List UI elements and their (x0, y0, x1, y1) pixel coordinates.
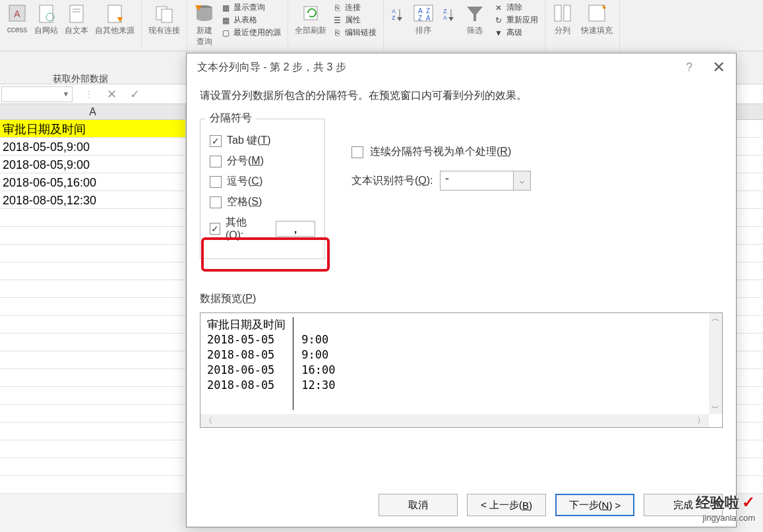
checkbox-icon (210, 196, 222, 208)
ribbon-btn-properties[interactable]: ☰属性 (329, 14, 379, 26)
cell[interactable] (0, 440, 186, 458)
ribbon-btn-connections[interactable]: ⎘连接 (329, 1, 379, 14)
other-delimiter-input[interactable] (276, 221, 315, 237)
column-header-a[interactable]: A (0, 104, 186, 119)
watermark: 经验啦 ✓ jingyanla.com (696, 493, 755, 523)
cell[interactable] (0, 405, 186, 422)
ribbon-group-connections: 全部刷新 ⎘连接 ☰属性 ⎘编辑链接 (288, 0, 384, 51)
checkbox-other[interactable]: 其他(O): (210, 216, 315, 241)
checkbox-space[interactable]: 空格(S) (210, 195, 315, 209)
svg-rect-31 (564, 5, 570, 21)
label: 属性 (345, 15, 361, 26)
close-icon[interactable]: ✕ (712, 58, 725, 76)
checkbox-consecutive[interactable]: 连续分隔符号视为单个处理(R) (351, 145, 531, 159)
svg-rect-32 (589, 5, 605, 21)
cell[interactable]: 2018-08-05,9:00 (0, 156, 186, 173)
label: 清除 (506, 2, 522, 13)
other-sources-icon (104, 3, 125, 24)
ribbon-group-existing: 现有连接 (142, 0, 187, 51)
label: 重新应用 (506, 15, 538, 26)
ribbon-btn-from-table[interactable]: ▦从表格 (218, 14, 284, 26)
checkbox-comma[interactable]: 逗号(C) (210, 175, 315, 189)
checkbox-semicolon[interactable]: 分号(M) (210, 154, 315, 168)
dialog-title: 文本分列向导 - 第 2 步，共 3 步 (197, 61, 346, 74)
checkbox-tab[interactable]: Tab 键(T) (210, 134, 315, 148)
advanced-icon: ▼ (493, 28, 504, 38)
watermark-title: 经验啦 (696, 494, 739, 511)
cell-header[interactable]: 审批日期及时间 (0, 120, 186, 137)
ribbon-btn-sort-za[interactable]: ZA (439, 1, 459, 39)
ribbon-label: 自网站 (34, 25, 58, 36)
cell[interactable] (0, 298, 186, 315)
ribbon-btn-other-sources[interactable]: 自其他来源 (92, 1, 137, 38)
ribbon-btn-access[interactable]: A ccess (4, 1, 30, 38)
ribbon-btn-clear[interactable]: ✕清除 (491, 1, 541, 14)
svg-marker-28 (448, 17, 454, 21)
cell[interactable] (0, 351, 186, 369)
ribbon: A ccess 自网站 自文本 自其他来源 现有连接 (0, 0, 763, 51)
checkbox-icon (351, 146, 363, 158)
cell[interactable] (0, 369, 186, 386)
cell[interactable]: 2018-05-05,9:00 (0, 138, 186, 155)
ribbon-btn-recent-sources[interactable]: ▢最近使用的源 (218, 26, 284, 39)
ribbon-label: 查询 (197, 37, 212, 46)
checkbox-label: 空格(S) (227, 195, 262, 209)
scroll-down-icon: ﹀ (712, 403, 719, 414)
svg-text:Z: Z (392, 15, 396, 21)
sort-za-icon: ZA (442, 7, 456, 21)
ribbon-btn-text[interactable]: 自文本 (62, 1, 91, 38)
cell[interactable] (0, 334, 186, 351)
text-to-columns-icon (552, 3, 573, 24)
cell[interactable] (0, 209, 186, 226)
dropdown-icon[interactable]: ⌵ (513, 171, 530, 190)
back-button[interactable]: < 上一步(B) (467, 494, 546, 516)
ribbon-label: ccess (7, 25, 28, 34)
cell[interactable] (0, 423, 186, 440)
svg-text:A: A (426, 15, 431, 22)
cell[interactable] (0, 387, 186, 404)
ribbon-btn-sort[interactable]: AZZA 排序 (410, 1, 437, 39)
ribbon-btn-filter[interactable]: 筛选 (462, 1, 488, 39)
ribbon-btn-reapply[interactable]: ↻重新应用 (491, 14, 541, 26)
next-button[interactable]: 下一步(N) > (555, 494, 634, 516)
svg-marker-29 (467, 7, 483, 21)
cell[interactable] (0, 262, 186, 280)
label: 编辑链接 (345, 27, 377, 38)
ribbon-btn-existing-connections[interactable]: 现有连接 (146, 1, 183, 38)
cell[interactable] (0, 280, 186, 297)
connections-icon: ⎘ (332, 3, 342, 13)
show-queries-icon: ▦ (220, 3, 231, 13)
ribbon-btn-web[interactable]: 自网站 (32, 1, 61, 38)
svg-rect-2 (40, 5, 53, 22)
scrollbar-horizontal[interactable]: 〈〉 (200, 414, 709, 427)
formula-divider-icon: ⋮ (84, 89, 94, 100)
ribbon-btn-new-query[interactable]: 新建查询 (191, 1, 218, 49)
cell[interactable]: 2018-06-05,16:00 (0, 173, 186, 191)
cell[interactable] (0, 476, 186, 493)
cell[interactable] (0, 458, 186, 475)
cell[interactable] (0, 227, 186, 244)
ribbon-btn-sort-az[interactable]: AZ (388, 1, 408, 39)
ribbon-btn-flash-fill[interactable]: 快速填充 (578, 1, 615, 38)
checkbox-label: Tab 键(T) (227, 134, 271, 148)
scrollbar-vertical[interactable]: ︿﹀ (709, 313, 722, 414)
cell[interactable]: 2018-08-05,12:30 (0, 191, 186, 208)
cell[interactable] (0, 316, 186, 333)
ribbon-btn-text-to-columns[interactable]: 分列 (549, 1, 576, 38)
checkmark-icon: ✓ (742, 493, 755, 511)
ribbon-label: 分列 (555, 25, 570, 36)
ribbon-btn-advanced[interactable]: ▼高级 (491, 26, 541, 39)
help-icon[interactable]: ? (686, 61, 692, 74)
scroll-right-icon: 〉 (697, 415, 705, 427)
text-qualifier-select[interactable]: ⌵ (440, 171, 531, 191)
ribbon-btn-show-queries[interactable]: ▦显示查询 (218, 1, 284, 14)
text-qualifier-input[interactable] (441, 171, 513, 190)
dropdown-icon: ▼ (63, 90, 69, 98)
cell[interactable] (0, 245, 186, 262)
ribbon-btn-edit-links[interactable]: ⎘编辑链接 (329, 26, 379, 39)
checkbox-label: 逗号(C) (227, 175, 262, 189)
text-to-columns-wizard-dialog: 文本分列向导 - 第 2 步，共 3 步 ? ✕ 请设置分列数据所包含的分隔符号… (186, 53, 737, 527)
svg-rect-30 (555, 5, 561, 21)
ribbon-btn-refresh-all[interactable]: 全部刷新 (292, 1, 329, 39)
cancel-button[interactable]: 取消 (379, 494, 458, 516)
